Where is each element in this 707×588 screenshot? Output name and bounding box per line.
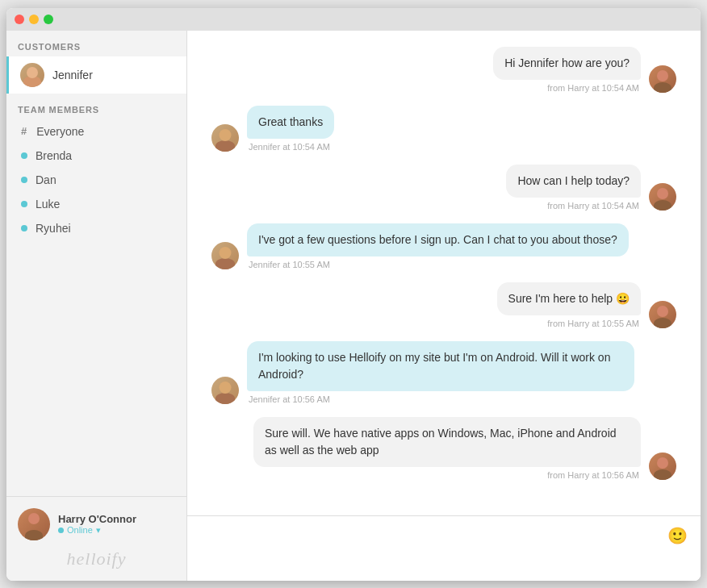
sidebar-item-ryuhei[interactable]: Ryuhei xyxy=(6,216,186,240)
message-row: Great thanks Jennifer at 10:54 AM xyxy=(211,106,676,152)
message-time: from Harry at 10:56 AM xyxy=(253,470,641,480)
message-time: from Harry at 10:54 AM xyxy=(493,83,641,93)
online-dot-brenda xyxy=(21,152,27,159)
message-bubble: I've got a few questions before I sign u… xyxy=(247,223,629,256)
status-dot xyxy=(58,528,64,533)
message-time: Jennifer at 10:55 AM xyxy=(247,260,629,269)
harry-avatar-msg xyxy=(649,452,676,480)
sidebar-item-dan[interactable]: Dan xyxy=(6,168,186,192)
bubble-wrap: Hi Jennifer how are you? from Harry at 1… xyxy=(493,47,641,93)
online-dot-dan xyxy=(21,177,27,183)
sidebar-footer: Harry O'Connor Online ▾ helloify xyxy=(6,496,186,581)
harry-avatar xyxy=(18,508,50,540)
team-members-label: TEAM MEMBERS xyxy=(6,94,186,119)
ryuhei-name: Ryuhei xyxy=(36,222,71,235)
hash-icon: # xyxy=(21,125,27,137)
status-label: Online xyxy=(67,525,93,535)
sidebar-item-jennifer[interactable]: Jennifer xyxy=(6,56,186,94)
sidebar-item-luke[interactable]: Luke xyxy=(6,192,186,216)
luke-name: Luke xyxy=(36,198,60,211)
bubble-wrap: How can I help today? from Harry at 10:5… xyxy=(506,165,641,211)
chat-input-area: 🙂 xyxy=(187,515,701,581)
message-bubble: Sure will. We have native apps on Window… xyxy=(253,417,641,467)
minimize-button[interactable] xyxy=(29,15,39,24)
message-row: I've got a few questions before I sign u… xyxy=(211,223,676,269)
message-row: How can I help today? from Harry at 10:5… xyxy=(211,165,676,211)
sidebar: CUSTOMERS Jennifer TEAM MEMBERS # Everyo… xyxy=(6,31,187,581)
bubble-wrap: Sure I'm here to help 😀 from Harry at 10… xyxy=(497,282,641,328)
brenda-name: Brenda xyxy=(36,149,72,162)
message-time: from Harry at 10:54 AM xyxy=(506,201,641,211)
jennifer-name: Jennifer xyxy=(52,69,93,81)
message-bubble: Hi Jennifer how are you? xyxy=(493,47,641,80)
harry-avatar-msg xyxy=(649,301,676,328)
message-row: Sure I'm here to help 😀 from Harry at 10… xyxy=(211,282,676,328)
bubble-wrap: Sure will. We have native apps on Window… xyxy=(253,417,641,480)
app-window: CUSTOMERS Jennifer TEAM MEMBERS # Everyo… xyxy=(6,8,701,581)
maximize-button[interactable] xyxy=(44,15,53,24)
jennifer-avatar-msg xyxy=(211,242,239,269)
customers-label: CUSTOMERS xyxy=(6,31,186,56)
main-area: CUSTOMERS Jennifer TEAM MEMBERS # Everyo… xyxy=(6,31,701,581)
harry-avatar-msg xyxy=(649,65,676,93)
chat-input[interactable] xyxy=(199,524,659,573)
message-bubble: I'm looking to use Helloify on my site b… xyxy=(247,341,634,391)
sidebar-item-brenda[interactable]: Brenda xyxy=(6,144,186,168)
message-bubble: How can I help today? xyxy=(506,165,641,198)
message-row: Hi Jennifer how are you? from Harry at 1… xyxy=(211,47,676,93)
user-status[interactable]: Online ▾ xyxy=(58,525,175,536)
harry-avatar-msg xyxy=(649,183,676,211)
messages-container: Hi Jennifer how are you? from Harry at 1… xyxy=(187,31,701,515)
title-bar xyxy=(6,8,701,31)
jennifer-avatar xyxy=(20,63,44,87)
message-row: Sure will. We have native apps on Window… xyxy=(211,417,676,480)
user-details: Harry O'Connor Online ▾ xyxy=(58,513,175,536)
bubble-wrap: Great thanks Jennifer at 10:54 AM xyxy=(247,106,334,152)
status-caret-icon: ▾ xyxy=(96,525,101,536)
sidebar-item-everyone[interactable]: # Everyone xyxy=(6,119,186,144)
helloify-logo: helloify xyxy=(18,548,175,569)
user-name: Harry O'Connor xyxy=(58,513,175,525)
message-time: Jennifer at 10:54 AM xyxy=(247,142,334,152)
jennifer-avatar-msg xyxy=(211,124,239,152)
jennifer-avatar-msg xyxy=(211,377,239,404)
message-bubble: Sure I'm here to help 😀 xyxy=(497,282,641,315)
emoji-button[interactable]: 🙂 xyxy=(666,524,689,547)
everyone-label: Everyone xyxy=(36,125,84,138)
message-time: from Harry at 10:55 AM xyxy=(497,319,641,328)
bubble-wrap: I've got a few questions before I sign u… xyxy=(247,223,629,269)
bubble-wrap: I'm looking to use Helloify on my site b… xyxy=(247,341,634,404)
online-dot-luke xyxy=(21,201,27,207)
dan-name: Dan xyxy=(36,173,56,186)
chat-area: Hi Jennifer how are you? from Harry at 1… xyxy=(187,31,701,581)
message-row: I'm looking to use Helloify on my site b… xyxy=(211,341,676,404)
message-bubble: Great thanks xyxy=(247,106,334,139)
online-dot-ryuhei xyxy=(21,225,27,231)
user-info: Harry O'Connor Online ▾ xyxy=(18,508,175,540)
message-time: Jennifer at 10:56 AM xyxy=(247,394,634,404)
close-button[interactable] xyxy=(15,15,24,24)
